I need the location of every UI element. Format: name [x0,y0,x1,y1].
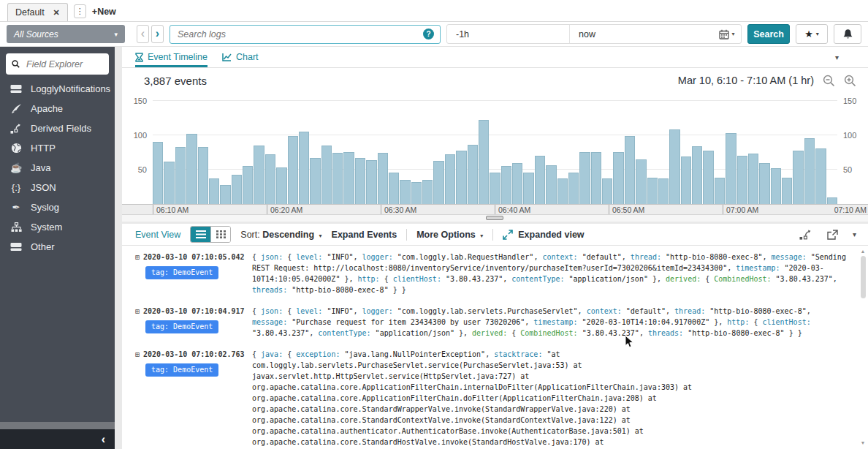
histogram-bar[interactable] [771,168,781,204]
histogram-bar[interactable] [715,178,725,204]
time-to-field[interactable]: now [570,25,713,43]
histogram-bar[interactable] [636,159,646,204]
histogram-bar[interactable] [535,156,545,204]
histogram-bar[interactable] [815,148,826,204]
timeline-scrollbar-thumb[interactable] [486,216,503,220]
sidebar-item-syslog[interactable]: ✒ Syslog [0,197,115,217]
histogram-bar[interactable] [456,151,466,204]
histogram-bar[interactable] [703,151,713,204]
histogram-bar[interactable] [490,173,500,204]
alerts-button[interactable] [834,24,861,44]
expand-event-icon[interactable]: ⊞ [135,349,140,360]
histogram-bar[interactable] [411,182,422,204]
histogram-bar[interactable] [669,129,679,204]
sidebar-resize-strip[interactable] [0,422,115,429]
histogram-bar[interactable] [468,145,478,204]
event-tag-badge[interactable]: tag: DemoEvent [145,363,218,377]
histogram-bar[interactable] [265,154,275,204]
search-button[interactable]: Search [747,24,790,44]
histogram-bar[interactable] [647,178,658,204]
sidebar-item-json[interactable]: {:} JSON [0,178,115,197]
histogram-bar[interactable] [804,138,815,204]
histogram-bar[interactable] [681,156,691,204]
histogram-bar[interactable] [579,152,590,204]
log-event-row[interactable]: ⊞ 2020-03-10 07:10:02.763 tag: DemoEvent… [135,349,858,449]
histogram-bar[interactable] [613,152,623,204]
more-options-dropdown[interactable]: More Options ▾ [416,230,483,240]
tab-overflow-menu-icon[interactable]: ⋮ [74,4,86,18]
histogram-bar[interactable] [658,178,669,204]
histogram-bar[interactable] [175,147,186,204]
sidebar-item-java[interactable]: ☕ Java [0,158,115,178]
histogram-bar[interactable] [546,165,556,204]
events-scrollbar-thumb[interactable] [861,256,866,298]
histogram-bar[interactable] [568,173,579,204]
scroll-down-icon[interactable]: ▼ [861,440,866,446]
search-back-button[interactable]: ‹ [137,25,149,43]
expand-event-icon[interactable]: ⊞ [135,252,140,263]
expand-event-icon[interactable]: ⊞ [135,306,140,317]
histogram-bar[interactable] [310,158,320,204]
calendar-button[interactable]: ▾ [713,25,741,43]
histogram-bar[interactable] [220,185,230,204]
histogram-bar[interactable] [692,146,702,204]
search-help-icon[interactable]: ? [423,29,434,39]
event-tag-badge[interactable]: tag: DemoEvent [145,320,218,333]
sidebar-item-other[interactable]: Other [0,237,115,257]
sidebar-item-http[interactable]: HTTP [0,138,115,158]
collapse-events-icon[interactable]: ▾ [853,230,856,238]
histogram-bar[interactable] [332,153,343,204]
scroll-up-icon[interactable]: ▲ [861,249,866,254]
events-scrollbar[interactable]: ▲ ▼ [859,249,867,446]
histogram-bar[interactable] [737,156,747,204]
expand-events-button[interactable]: Expand Events [332,230,397,240]
histogram-bar[interactable] [299,132,309,204]
export-icon[interactable] [826,230,838,240]
sort-dropdown[interactable]: Sort: Descending ▾ [240,230,321,240]
search-forward-button[interactable]: › [151,25,164,43]
event-tag-badge[interactable]: tag: DemoEvent [145,266,218,279]
histogram-bar[interactable] [602,178,612,204]
histogram-bar[interactable] [827,197,837,204]
tab-event-timeline[interactable]: Event Timeline [135,47,208,67]
histogram-bar[interactable] [422,180,433,204]
histogram-bar[interactable] [523,173,533,204]
histogram-bar[interactable] [759,163,769,204]
histogram-bar[interactable] [355,158,365,204]
field-explorer-input[interactable] [25,59,103,70]
log-event-row[interactable]: ⊞ 2020-03-10 07:10:05.042 tag: DemoEvent… [135,252,858,295]
histogram-bar[interactable] [378,153,388,204]
histogram-bar[interactable] [726,133,736,204]
search-input[interactable] [176,29,419,40]
histogram-bar[interactable] [321,146,332,204]
sidebar-item-system[interactable]: System [0,217,115,237]
histogram-bar[interactable] [793,151,803,204]
list-view-button[interactable] [191,227,210,242]
histogram-bar[interactable] [501,166,511,204]
histogram-bar[interactable] [445,154,455,204]
histogram-bar[interactable] [198,147,208,204]
histogram-bar[interactable] [782,178,792,204]
grid-view-button[interactable] [210,227,230,242]
histogram-bar[interactable] [512,163,522,204]
new-tab-button[interactable]: +New [92,7,116,17]
histogram-bar[interactable] [389,173,399,204]
create-derived-field-icon[interactable] [799,230,812,240]
histogram-bar[interactable] [288,136,298,204]
histogram-bar[interactable] [479,120,489,204]
sidebar-item-logglynotifications[interactable]: LogglyNotifications [0,79,115,99]
sidebar-item-apache[interactable]: Apache [0,99,115,118]
histogram-bar[interactable] [366,160,376,204]
collapse-panel-icon[interactable]: ▾ [835,53,839,61]
histogram-bar[interactable] [433,161,443,204]
histogram-bar[interactable] [153,142,163,204]
tab-default[interactable]: Default ✕ [7,3,68,21]
source-group-selector[interactable]: All Sources ▾ [7,25,125,43]
histogram-bar[interactable] [748,154,758,204]
histogram-bar[interactable] [209,178,219,204]
histogram-bar[interactable] [343,152,354,204]
close-tab-icon[interactable]: ✕ [53,8,60,18]
histogram-bar[interactable] [232,175,242,204]
sidebar-collapse-button[interactable]: ‹ [0,429,115,449]
histogram-bar[interactable] [625,136,635,204]
